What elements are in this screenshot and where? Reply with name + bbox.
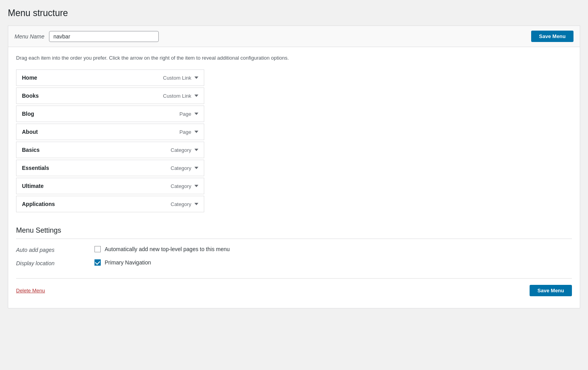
delete-menu-button[interactable]: Delete Menu xyxy=(16,288,45,293)
auto-add-pages-control: Automatically add new top-level pages to… xyxy=(94,246,230,252)
menu-settings-section: Menu Settings Auto add pages Automatical… xyxy=(16,226,572,266)
menu-item-right: Category xyxy=(171,147,198,153)
menu-item[interactable]: About Page xyxy=(16,124,204,140)
menu-item-name: Essentials xyxy=(22,165,49,171)
display-location-label: Display location xyxy=(16,259,94,266)
menu-item-right: Category xyxy=(171,201,198,207)
menu-item-right: Category xyxy=(171,165,198,171)
menu-item-type: Category xyxy=(171,201,191,207)
chevron-down-icon[interactable] xyxy=(194,131,198,133)
page-title: Menu structure xyxy=(8,8,580,18)
menu-item-right: Custom Link xyxy=(163,75,198,81)
chevron-down-icon[interactable] xyxy=(194,167,198,169)
menu-item-name: Basics xyxy=(22,147,40,153)
menu-item-type: Category xyxy=(171,183,191,189)
menu-item[interactable]: Blog Page xyxy=(16,106,204,122)
display-location-checkbox[interactable] xyxy=(94,259,101,266)
display-location-row: Display location Primary Navigation xyxy=(16,259,572,266)
chevron-down-icon[interactable] xyxy=(194,113,198,115)
menu-item-name: Home xyxy=(22,75,37,81)
menu-item[interactable]: Applications Category xyxy=(16,196,204,212)
menu-item-name: Books xyxy=(22,93,39,99)
menu-name-label: Menu Name xyxy=(15,33,44,40)
menu-item-name: Applications xyxy=(22,201,55,207)
display-location-control: Primary Navigation xyxy=(94,259,151,266)
drag-instruction: Drag each item into the order you prefer… xyxy=(16,55,572,61)
menu-item-type: Category xyxy=(171,147,191,153)
menu-item-right: Custom Link xyxy=(163,93,198,99)
menu-item[interactable]: Home Custom Link xyxy=(16,69,204,86)
display-location-text: Primary Navigation xyxy=(105,259,151,266)
menu-item-right: Page xyxy=(180,111,198,117)
menu-item-name: Blog xyxy=(22,111,34,117)
menu-item-type: Category xyxy=(171,165,191,171)
bottom-bar: Delete Menu Save Menu xyxy=(16,278,572,296)
menu-structure-box: Drag each item into the order you prefer… xyxy=(8,47,580,308)
chevron-down-icon[interactable] xyxy=(194,95,198,97)
save-menu-button-bottom[interactable]: Save Menu xyxy=(530,285,572,296)
menu-item[interactable]: Ultimate Category xyxy=(16,178,204,194)
menu-items-list: Home Custom Link Books Custom Link Blog … xyxy=(16,69,204,212)
chevron-down-icon[interactable] xyxy=(194,149,198,151)
menu-item[interactable]: Basics Category xyxy=(16,142,204,158)
menu-name-left: Menu Name xyxy=(15,31,159,42)
menu-item[interactable]: Books Custom Link xyxy=(16,87,204,104)
auto-add-pages-row: Auto add pages Automatically add new top… xyxy=(16,246,572,253)
auto-add-pages-checkbox[interactable] xyxy=(94,246,101,252)
menu-item-type: Custom Link xyxy=(163,93,191,99)
chevron-down-icon[interactable] xyxy=(194,185,198,187)
menu-item-type: Page xyxy=(180,129,191,135)
menu-item-right: Category xyxy=(171,183,198,189)
auto-add-pages-label: Auto add pages xyxy=(16,246,94,253)
menu-settings-title: Menu Settings xyxy=(16,226,572,239)
menu-item-right: Page xyxy=(180,129,198,135)
menu-item-type: Custom Link xyxy=(163,75,191,81)
auto-add-pages-text: Automatically add new top-level pages to… xyxy=(105,246,230,252)
chevron-down-icon[interactable] xyxy=(194,203,198,205)
menu-name-row: Menu Name Save Menu xyxy=(8,26,580,47)
menu-item[interactable]: Essentials Category xyxy=(16,160,204,176)
chevron-down-icon[interactable] xyxy=(194,77,198,79)
menu-item-name: About xyxy=(22,129,38,135)
menu-item-type: Page xyxy=(180,111,191,117)
menu-name-input[interactable] xyxy=(49,31,159,42)
menu-item-name: Ultimate xyxy=(22,183,44,189)
save-menu-button-top[interactable]: Save Menu xyxy=(531,31,573,42)
